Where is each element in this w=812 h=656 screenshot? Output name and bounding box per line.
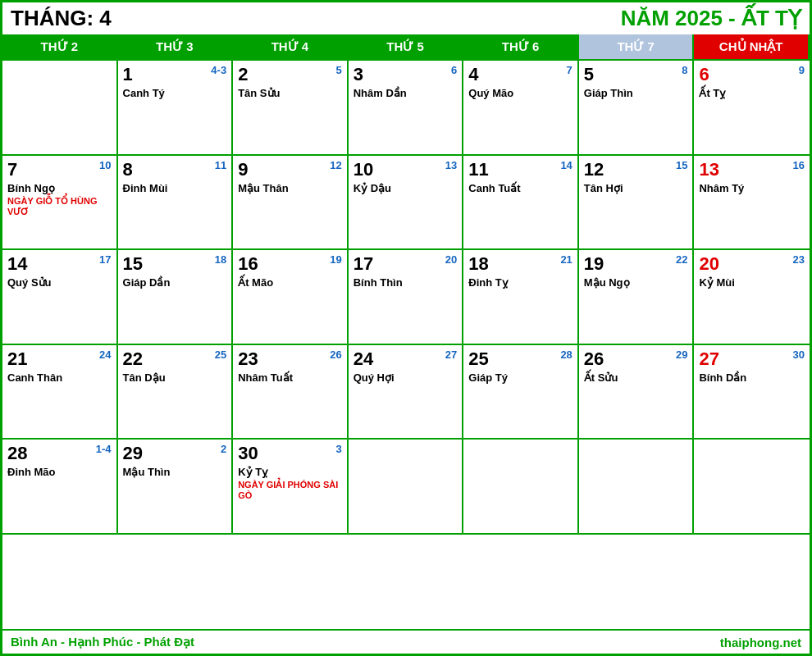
solar-date: 11 <box>468 159 573 180</box>
day-cell: 69Ất Tỵ <box>694 61 810 156</box>
lunar-date-name: Quý Sửu <box>7 276 112 289</box>
solar-date: 23 <box>238 348 342 370</box>
header-row: THỨ 2THỨ 3THỨ 4THỨ 5THỨ 6THỨ 7CHỦ NHẬT <box>2 34 810 59</box>
lunar-date-name: Tân Dậu <box>123 371 227 384</box>
lunar-date-num: 5 <box>335 64 341 76</box>
footer-left: Bình An - Hạnh Phúc - Phát Đạt <box>11 635 194 649</box>
lunar-date-num: 11 <box>215 159 226 171</box>
empty-cell <box>463 440 579 535</box>
solar-date: 30 <box>238 443 342 464</box>
day-cell: 1518Giáp Dần <box>118 250 234 345</box>
solar-date: 13 <box>699 159 805 180</box>
lunar-date-name: Giáp Dần <box>123 276 227 289</box>
day-cell: 292Mậu Thìn <box>118 440 234 535</box>
day-cell: 2730Bính Dần <box>694 345 810 440</box>
lunar-date-num: 21 <box>560 253 572 266</box>
solar-date: 27 <box>699 348 805 370</box>
special-event: NGÀY GIẢI PHÓNG SÀI GÒ <box>238 480 342 500</box>
lunar-date-num: 29 <box>676 348 687 361</box>
footer-bar: Bình An - Hạnh Phúc - Phát Đạt thaiphong… <box>2 629 810 654</box>
solar-date: 4 <box>468 64 573 85</box>
day-cell: 2427Quý Hợi <box>349 345 464 440</box>
weekday-header: THỨ 5 <box>349 34 464 59</box>
year-label: NĂM 2025 - ẤT TỴ <box>621 6 801 31</box>
lunar-date-name: Nhâm Tý <box>699 182 805 194</box>
lunar-date-name: Kỷ Tỵ <box>238 466 342 478</box>
day-cell: 58Giáp Thìn <box>579 61 695 156</box>
weekday-header: THỨ 6 <box>463 34 579 59</box>
solar-date: 7 <box>7 159 112 180</box>
day-cell: 2326Nhâm Tuất <box>233 345 349 440</box>
lunar-date-num: 23 <box>793 253 805 266</box>
solar-date: 16 <box>238 253 342 275</box>
day-cell: 2528Giáp Tý <box>463 345 579 440</box>
lunar-date-name: Mậu Thìn <box>123 466 227 478</box>
day-cell: 303Kỷ TỵNGÀY GIẢI PHÓNG SÀI GÒ <box>233 440 349 535</box>
solar-date: 8 <box>123 159 227 180</box>
lunar-date-name: Bính Ngọ <box>7 182 112 194</box>
lunar-date-num: 20 <box>445 253 457 266</box>
lunar-date-num: 12 <box>330 159 341 171</box>
solar-date: 22 <box>123 348 227 370</box>
day-cell: 2023Kỷ Mùi <box>694 250 810 345</box>
solar-date: 6 <box>699 64 805 85</box>
day-cell: 811Đinh Mùi <box>118 156 234 251</box>
lunar-date-name: Kỷ Mùi <box>699 276 805 289</box>
lunar-date-num: 6 <box>451 64 457 76</box>
empty-cell <box>579 440 695 535</box>
day-cell: 25Tân Sửu <box>233 61 349 156</box>
day-cell: 1316Nhâm Tý <box>694 156 810 251</box>
weekday-header: THỨ 3 <box>118 34 234 59</box>
empty-cell <box>694 440 810 535</box>
lunar-date-name: Đinh Mão <box>7 466 112 478</box>
solar-date: 25 <box>468 348 573 370</box>
lunar-date-num: 1-4 <box>96 443 112 455</box>
lunar-date-num: 26 <box>330 348 341 361</box>
empty-cell <box>2 61 118 156</box>
lunar-date-num: 24 <box>99 348 111 361</box>
day-cell: 281-4Đinh Mão <box>2 440 118 535</box>
lunar-date-num: 7 <box>567 64 573 76</box>
lunar-date-num: 19 <box>330 253 341 266</box>
day-cell: 1114Canh Tuất <box>463 156 579 251</box>
lunar-date-num: 3 <box>335 443 341 455</box>
calendar-grid: 14-3Canh Tý25Tân Sửu36Nhâm Dần47Quý Mão5… <box>2 59 810 629</box>
solar-date: 9 <box>238 159 342 180</box>
empty-cell <box>349 440 464 535</box>
lunar-date-name: Bính Dần <box>699 371 805 384</box>
lunar-date-name: Nhâm Tuất <box>238 371 342 384</box>
solar-date: 3 <box>354 64 458 85</box>
day-cell: 2225Tân Dậu <box>118 345 234 440</box>
lunar-date-num: 14 <box>560 159 572 171</box>
lunar-date-name: Quý Mão <box>468 87 573 99</box>
calendar-wrapper: THÁNG: 4 NĂM 2025 - ẤT TỴ THỨ 2THỨ 3THỨ … <box>0 0 812 656</box>
solar-date: 20 <box>699 253 805 275</box>
month-label: THÁNG: 4 <box>11 6 112 31</box>
solar-date: 29 <box>123 443 227 464</box>
solar-date: 21 <box>7 348 112 370</box>
lunar-date-name: Giáp Tý <box>468 371 573 384</box>
day-cell: 36Nhâm Dần <box>349 61 464 156</box>
day-cell: 710Bính NgọNGÀY GIỖ TỔ HÙNG VƯƠ <box>2 156 118 251</box>
lunar-date-name: Đinh Tỵ <box>468 276 573 289</box>
day-cell: 1619Ất Mão <box>233 250 349 345</box>
lunar-date-num: 22 <box>676 253 687 266</box>
day-cell: 1720Bính Thìn <box>349 250 464 345</box>
weekday-header: THỨ 7 <box>579 34 695 59</box>
weekday-header: CHỦ NHẬT <box>694 34 810 59</box>
lunar-date-name: Ất Mão <box>238 276 342 289</box>
lunar-date-name: Canh Tuất <box>468 182 573 194</box>
solar-date: 18 <box>468 253 573 275</box>
day-cell: 47Quý Mão <box>463 61 579 156</box>
solar-date: 10 <box>354 159 458 180</box>
lunar-date-name: Ất Tỵ <box>699 87 805 99</box>
lunar-date-num: 27 <box>445 348 457 361</box>
lunar-date-num: 4-3 <box>211 64 226 76</box>
day-cell: 1821Đinh Tỵ <box>463 250 579 345</box>
solar-date: 2 <box>238 64 342 85</box>
day-cell: 1013Kỷ Dậu <box>349 156 464 251</box>
weekday-header: THỨ 2 <box>2 34 118 59</box>
lunar-date-num: 17 <box>99 253 111 266</box>
lunar-date-num: 13 <box>445 159 457 171</box>
lunar-date-num: 16 <box>793 159 805 171</box>
